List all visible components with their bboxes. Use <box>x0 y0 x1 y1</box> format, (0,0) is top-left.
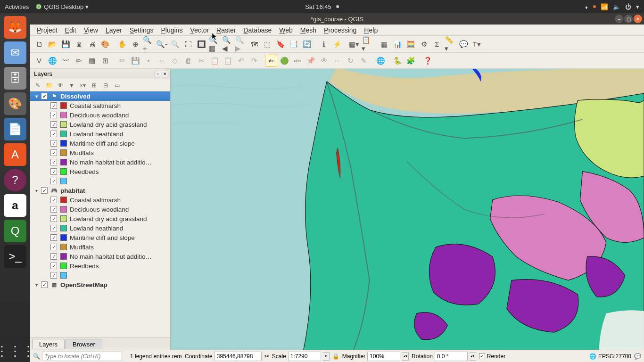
open-project-icon[interactable]: 📂 <box>46 38 58 50</box>
layer-item[interactable]: ✓Reedbeds <box>30 261 170 271</box>
layer-item[interactable]: ✓No main habitat but additio… <box>30 252 170 261</box>
menu-raster[interactable]: Raster <box>213 25 239 35</box>
bookmark-icon[interactable]: 🔖 <box>274 38 287 50</box>
stats-icon[interactable]: Σ <box>431 38 443 50</box>
close-button[interactable]: ✕ <box>634 15 642 23</box>
menu-layer[interactable]: Layer <box>102 25 126 35</box>
style-icon[interactable]: ✎ <box>33 81 42 90</box>
pan-icon[interactable]: ✋ <box>116 38 128 50</box>
field-calc-icon[interactable]: 🧮 <box>405 38 417 50</box>
new-3d-view-icon[interactable]: ⬚ <box>261 38 273 50</box>
plugin-icon[interactable]: 🧩 <box>405 55 417 67</box>
map-tips-icon[interactable]: 💬 <box>457 38 470 50</box>
help-launcher[interactable]: ? <box>4 169 26 191</box>
layer-item[interactable]: ✓Deciduous woodland <box>30 205 170 214</box>
style-manager-icon[interactable]: 🎨 <box>99 38 111 50</box>
abc-label-icon[interactable]: abc <box>265 55 277 67</box>
layer-item[interactable]: ✓Mudflats <box>30 148 170 157</box>
add-vector-icon[interactable]: V <box>33 55 45 67</box>
layer-item[interactable]: ✓Deciduous woodland <box>30 110 170 120</box>
files-launcher[interactable]: 🗄 <box>4 67 26 90</box>
measure-icon[interactable]: 📏▾ <box>444 38 456 50</box>
tab-browser[interactable]: Browser <box>66 339 102 349</box>
layer-item[interactable]: ✓Maritime cliff and slope <box>30 233 170 242</box>
locate-input[interactable] <box>42 352 122 361</box>
tab-layers[interactable]: Layers <box>32 339 65 349</box>
maximize-button[interactable]: ▢ <box>624 15 633 23</box>
menu-plugins[interactable]: Plugins <box>157 25 186 35</box>
layer-item[interactable]: ✓Lowland heathland <box>30 223 170 233</box>
menu-vector[interactable]: Vector <box>186 25 213 35</box>
minimize-button[interactable]: ‒ <box>615 15 623 23</box>
layer-item[interactable]: ✓Lowland dry acid grassland <box>30 214 170 223</box>
system-menu-arrow-icon[interactable]: ▾ <box>636 3 639 10</box>
layer-group-phabitat[interactable]: ▾✓🎮phabitat <box>30 186 170 195</box>
layer-item[interactable]: ✓Reedbeds <box>30 167 170 176</box>
expand-icon[interactable]: ⊞ <box>90 81 99 90</box>
select-value-icon[interactable]: 📋▾ <box>361 38 373 50</box>
snapping-icon[interactable]: ⊞ <box>99 55 111 67</box>
terminal-launcher[interactable]: >_ <box>4 245 26 268</box>
deselect-icon[interactable]: ▦ <box>378 38 390 50</box>
crs-label[interactable]: EPSG:27700 <box>598 353 631 360</box>
zoom-full-icon[interactable]: ⛶ <box>182 38 194 50</box>
actions-icon[interactable]: ⚡ <box>331 38 343 50</box>
menu-web[interactable]: Web <box>275 25 297 35</box>
lock-icon[interactable]: 🔒 <box>332 353 339 360</box>
software-launcher[interactable]: A <box>4 143 26 166</box>
add-raster-icon[interactable]: 🌐 <box>46 55 58 67</box>
thunderbird-launcher[interactable]: ✉ <box>4 41 26 64</box>
coordinate-input[interactable] <box>215 352 262 361</box>
collapse-icon[interactable]: ⊟ <box>101 81 110 90</box>
layer-item[interactable]: ✓Coastal saltmarsh <box>30 101 170 110</box>
new-map-view-icon[interactable]: 🗺 <box>248 38 260 50</box>
save-as-icon[interactable]: 🗎 <box>73 38 85 50</box>
render-checkbox[interactable]: ✓ <box>479 353 485 359</box>
app-menu[interactable]: QGIS Desktop ▾ <box>35 3 89 10</box>
clock[interactable]: Sat 16:45 <box>305 3 339 10</box>
panel-float-button[interactable]: ▫ <box>155 71 161 77</box>
menu-edit[interactable]: Edit <box>61 25 80 35</box>
toggle-editing-icon[interactable]: ✏ <box>73 55 85 67</box>
attribute-table-icon[interactable]: 📊 <box>391 38 404 50</box>
menu-database[interactable]: Database <box>239 25 275 35</box>
add-group-icon[interactable]: 📁 <box>44 81 54 90</box>
zoom-last-icon[interactable]: 🔍◀ <box>222 38 234 50</box>
map-canvas[interactable] <box>171 69 644 350</box>
layer-group-dissolved[interactable]: ▾✓⚑Dissolved <box>30 91 170 101</box>
add-mesh-icon[interactable]: 〰 <box>59 55 72 67</box>
wifi-icon[interactable]: 📶 <box>601 3 608 10</box>
diagram-icon[interactable]: 🟢 <box>278 55 290 67</box>
select-icon[interactable]: ▦▾ <box>348 38 360 50</box>
metasearch-icon[interactable]: 🌐 <box>374 55 387 67</box>
messages-icon[interactable]: 💬 <box>634 353 641 360</box>
menu-mesh[interactable]: Mesh <box>297 25 320 35</box>
zoom-in-icon[interactable]: 🔍+ <box>142 38 155 50</box>
firefox-launcher[interactable]: 🦊 <box>4 16 26 39</box>
amazon-launcher[interactable]: a <box>4 194 26 217</box>
layer-item[interactable]: ✓ <box>30 176 170 186</box>
writer-launcher[interactable]: 📄 <box>4 118 26 140</box>
zoom-out-icon[interactable]: 🔍- <box>156 38 168 50</box>
filter-icon[interactable]: ▼ <box>67 81 76 90</box>
crs-icon[interactable]: 🌐 <box>589 353 596 360</box>
visibility-icon[interactable]: 👁 <box>56 81 65 90</box>
qgis-launcher[interactable]: Q <box>4 220 26 242</box>
new-shapefile-icon[interactable]: ▦ <box>86 55 98 67</box>
new-project-icon[interactable]: 🗋 <box>33 38 45 50</box>
layer-group-openstreetmap[interactable]: ▾✓▩OpenStreetMap <box>30 280 170 289</box>
toolbox-icon[interactable]: ⚙ <box>418 38 430 50</box>
layer-item[interactable]: ✓Lowland dry acid grassland <box>30 120 170 129</box>
menu-project[interactable]: Project <box>33 25 61 35</box>
layer-item[interactable]: ✓Lowland heathland <box>30 129 170 139</box>
layer-item[interactable]: ✓Maritime cliff and slope <box>30 139 170 148</box>
extents-icon[interactable]: ✂ <box>264 353 269 360</box>
zoom-layer-icon[interactable]: 🔍▦ <box>208 38 221 50</box>
annotation-icon[interactable]: T▾ <box>471 38 483 50</box>
menu-view[interactable]: View <box>80 25 102 35</box>
rotation-spin-icon[interactable]: ▴▾ <box>470 352 476 361</box>
layer-item[interactable]: ✓ <box>30 271 170 280</box>
menu-processing[interactable]: Processing <box>320 25 360 35</box>
zoom-selection-icon[interactable]: 🔲 <box>195 38 207 50</box>
label-tool-icon[interactable]: abc <box>291 55 304 67</box>
